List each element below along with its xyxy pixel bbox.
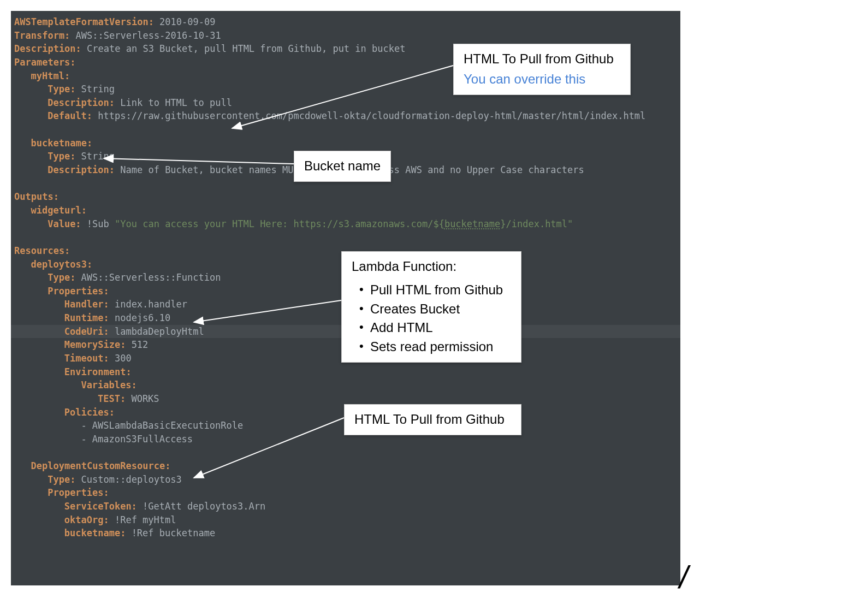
callout-title: HTML To Pull from Github bbox=[464, 50, 620, 69]
callout-lambda-function: Lambda Function: Pull HTML from Github C… bbox=[341, 251, 521, 363]
yaml-value: 300 bbox=[109, 353, 132, 364]
yaml-value: !GetAtt deploytos3.Arn bbox=[137, 501, 265, 512]
yaml-value: String bbox=[75, 151, 115, 162]
yaml-key: ServiceToken: bbox=[64, 501, 137, 512]
yaml-value: !Ref bucketname bbox=[126, 528, 215, 538]
callout-title: Bucket name bbox=[304, 157, 381, 176]
yaml-key: bucketname: bbox=[64, 528, 126, 538]
yaml-key: myHtml: bbox=[31, 70, 70, 81]
yaml-key: Outputs: bbox=[14, 191, 59, 202]
yaml-key: Description: bbox=[48, 164, 115, 175]
yaml-key: Variables: bbox=[81, 380, 137, 390]
yaml-value: 2010-09-09 bbox=[154, 16, 216, 27]
yaml-value: - AmazonS3FullAccess bbox=[81, 434, 193, 445]
yaml-string: "You can access your HTML Here: https://… bbox=[115, 218, 444, 229]
yaml-key: Handler: bbox=[64, 299, 109, 310]
yaml-key: DeploymentCustomResource: bbox=[31, 460, 171, 471]
yaml-value: 512 bbox=[126, 339, 148, 350]
yaml-key: Properties: bbox=[48, 487, 109, 498]
yaml-key: Resources: bbox=[14, 245, 70, 256]
yaml-key: Policies: bbox=[64, 407, 115, 418]
yaml-value: AWS::Serverless::Function bbox=[75, 272, 221, 283]
yaml-string: bucketname bbox=[444, 218, 500, 229]
yaml-key: MemorySize: bbox=[64, 339, 126, 350]
yaml-key: bucketname: bbox=[31, 138, 93, 149]
callout-bullet: Pull HTML from Github bbox=[359, 281, 511, 300]
yaml-key: Transform: bbox=[14, 30, 70, 41]
callout-bullet: Creates Bucket bbox=[359, 300, 511, 319]
yaml-value: !Sub bbox=[81, 218, 115, 229]
yaml-key: widgeturl: bbox=[31, 205, 87, 216]
yaml-key: Default: bbox=[48, 110, 92, 121]
yaml-value: Create an S3 Bucket, pull HTML from Gith… bbox=[81, 43, 406, 54]
yaml-value: https://raw.githubusercontent.com/pmcdow… bbox=[92, 110, 645, 121]
yaml-key: Type: bbox=[48, 84, 75, 94]
yaml-key: Parameters: bbox=[14, 57, 76, 68]
callout-bullet: Add HTML bbox=[359, 318, 511, 337]
yaml-key: deploytos3: bbox=[31, 259, 93, 270]
yaml-value: - AWSLambdaBasicExecutionRole bbox=[81, 420, 243, 431]
callout-bucket-name: Bucket name bbox=[294, 151, 391, 182]
yaml-key: TEST: bbox=[98, 393, 126, 404]
yaml-value: index.handler bbox=[109, 299, 187, 310]
callout-bullet: Sets read permission bbox=[359, 337, 511, 357]
yaml-key: Type: bbox=[48, 474, 75, 485]
callout-html-github: HTML To Pull from Github You can overrid… bbox=[453, 44, 631, 95]
yaml-key: Properties: bbox=[48, 286, 109, 297]
yaml-key: Type: bbox=[48, 272, 75, 283]
yaml-value: Link to HTML to pull bbox=[115, 97, 232, 108]
yaml-key: CodeUri: bbox=[64, 326, 109, 337]
yaml-key: AWSTemplateFormatVersion: bbox=[14, 16, 154, 27]
yaml-key: Value: bbox=[48, 218, 81, 229]
yaml-value: Custom::deploytos3 bbox=[75, 474, 181, 485]
yaml-value: lambdaDeployHtml bbox=[109, 326, 204, 337]
yaml-key: Timeout: bbox=[64, 353, 109, 364]
callout-title: HTML To Pull from Github bbox=[354, 410, 511, 429]
yaml-key: Type: bbox=[48, 151, 75, 162]
callout-title: Lambda Function: bbox=[352, 257, 511, 276]
yaml-key: Description: bbox=[48, 97, 115, 108]
yaml-key: Runtime: bbox=[64, 312, 109, 323]
yaml-value: String bbox=[75, 84, 115, 94]
yaml-value: AWS::Serverless-2016-10-31 bbox=[70, 30, 221, 41]
yaml-value: !Ref myHtml bbox=[109, 514, 176, 525]
yaml-key: Description: bbox=[14, 43, 81, 54]
yaml-value: WORKS bbox=[126, 393, 159, 404]
slash-char: / bbox=[679, 559, 688, 595]
yaml-string: }/index.html" bbox=[500, 218, 573, 229]
yaml-value: nodejs6.10 bbox=[109, 312, 171, 323]
yaml-key: oktaOrg: bbox=[64, 514, 109, 525]
code-editor-panel: AWSTemplateFormatVersion: 2010-09-09 Tra… bbox=[11, 11, 680, 585]
yaml-key: Environment: bbox=[64, 366, 132, 377]
callout-html-github-2: HTML To Pull from Github bbox=[344, 404, 521, 435]
callout-subtitle: You can override this bbox=[464, 70, 620, 89]
